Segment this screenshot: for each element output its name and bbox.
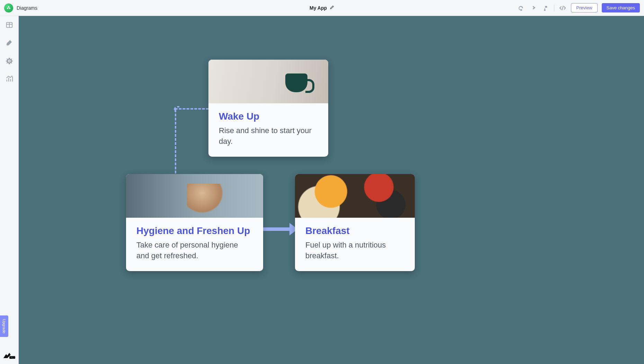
header-left: Diagrams: [4, 3, 37, 12]
diagram-canvas[interactable]: Wake Up Rise and shine to start your day…: [19, 16, 644, 364]
top-header: Diagrams My App Preview Save changes: [0, 0, 644, 16]
connector-dashed-vertical: [175, 110, 176, 177]
preview-button[interactable]: Preview: [571, 3, 597, 12]
diagram-card-hygiene[interactable]: Hygiene and Freshen Up Take care of pers…: [126, 174, 263, 271]
connector-solid: [263, 227, 291, 231]
rail-gear-icon[interactable]: [5, 56, 14, 66]
header-center: My App: [310, 5, 334, 11]
rail-chart-icon[interactable]: [5, 74, 14, 84]
rail-grid-icon[interactable]: [5, 20, 14, 30]
svg-point-2: [9, 8, 10, 9]
upgrade-tab[interactable]: Upgrade: [0, 315, 8, 337]
card-image-bathroom: [126, 174, 263, 218]
card-body: Wake Up Rise and shine to start your day…: [208, 103, 328, 157]
card-desc: Fuel up with a nutritious breakfast.: [305, 240, 404, 261]
svg-point-1: [7, 8, 8, 9]
code-icon[interactable]: [558, 4, 567, 12]
card-body: Hygiene and Freshen Up Take care of pers…: [126, 218, 263, 271]
app-logo[interactable]: [4, 3, 13, 12]
section-label[interactable]: Diagrams: [17, 5, 37, 11]
diagram-card-breakfast[interactable]: Breakfast Fuel up with a nutritious brea…: [295, 174, 415, 271]
connector-dashed-horizontal: [175, 108, 209, 110]
rail-brush-icon[interactable]: [5, 38, 14, 48]
toolbar-divider: [554, 5, 554, 11]
card-body: Breakfast Fuel up with a nutritious brea…: [295, 218, 415, 271]
edit-name-icon[interactable]: [330, 5, 334, 11]
svg-point-0: [8, 6, 9, 7]
diagram-card-wake-up[interactable]: Wake Up Rise and shine to start your day…: [208, 60, 328, 157]
mascot-icon[interactable]: >_: [3, 352, 16, 360]
connector-dashed-corner: [174, 106, 179, 112]
save-button[interactable]: Save changes: [602, 3, 640, 12]
svg-text:>_: >_: [11, 356, 14, 358]
redo-icon[interactable]: [529, 4, 537, 12]
hammer-icon[interactable]: [542, 4, 550, 12]
body-wrap: Upgrade >_ Wake Up Rise and shine to sta…: [0, 16, 644, 364]
card-title: Breakfast: [305, 225, 404, 236]
card-image-mug: [208, 60, 328, 103]
card-desc: Rise and shine to start your day.: [219, 125, 318, 147]
app-name: My App: [310, 5, 327, 11]
undo-icon[interactable]: [517, 4, 525, 12]
card-desc: Take care of personal hygiene and get re…: [136, 240, 253, 261]
card-title: Wake Up: [219, 111, 318, 122]
side-rail: Upgrade >_: [0, 16, 19, 364]
card-title: Hygiene and Freshen Up: [136, 225, 253, 236]
card-image-food: [295, 174, 415, 218]
header-right: Preview Save changes: [517, 3, 640, 12]
